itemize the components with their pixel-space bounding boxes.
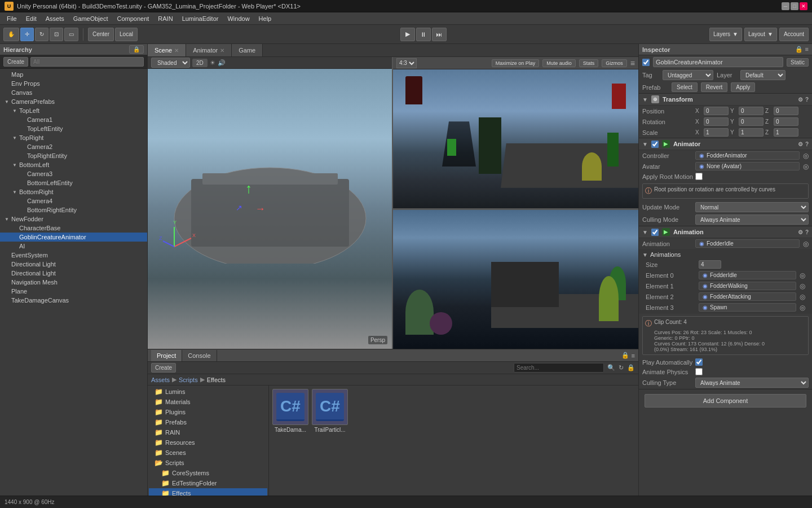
animator-culling-select[interactable]: Always Animate Cull Update Transforms Cu…	[695, 214, 809, 225]
folder-item[interactable]: 📁Plugins	[149, 407, 267, 417]
gizmos-button[interactable]: Gizmos	[602, 59, 627, 67]
hierarchy-item[interactable]: AI	[0, 242, 147, 251]
game-view-top[interactable]	[393, 69, 638, 208]
project-panel-lock[interactable]: 🔒	[621, 352, 629, 359]
transform-section-header[interactable]: ▼ ⊕ Transform ⚙ ?	[639, 94, 812, 106]
pos-x-input[interactable]	[704, 107, 729, 115]
project-search-icon[interactable]: 🔍	[607, 364, 615, 371]
pos-y-input[interactable]	[739, 107, 764, 115]
hierarchy-item[interactable]: TopRightEntity	[0, 151, 147, 160]
folder-item[interactable]: 📁Resources	[149, 437, 267, 448]
hierarchy-item[interactable]: BottomLeftEntity	[0, 178, 147, 187]
hierarchy-item[interactable]: TopLeftEntity	[0, 124, 147, 133]
element3-ref[interactable]: ◉ Spawn	[699, 303, 796, 312]
hierarchy-create-button[interactable]: Create	[3, 57, 28, 67]
prefab-select-button[interactable]: Select	[672, 82, 698, 92]
animator-tab-close[interactable]: ✕	[220, 47, 224, 54]
play-auto-checkbox[interactable]	[695, 358, 703, 366]
layer-select[interactable]: Default	[740, 70, 785, 80]
elem2-pick-icon[interactable]: ◎	[800, 293, 805, 301]
hierarchy-lock-button[interactable]: 🔒	[129, 45, 144, 54]
animator-settings-icon[interactable]: ⚙	[798, 141, 803, 147]
close-button[interactable]: ✕	[800, 2, 807, 10]
hierarchy-item[interactable]: Navigation Mesh	[0, 278, 147, 287]
avatar-pick-icon[interactable]: ◎	[803, 163, 809, 170]
inspector-menu-icon[interactable]: ≡	[805, 46, 809, 53]
update-mode-select[interactable]: Normal AnimatePhysics UnscaledTime	[695, 202, 809, 212]
inspector-lock-icon[interactable]: 🔒	[795, 46, 803, 53]
project-refresh-icon[interactable]: ↻	[619, 364, 624, 371]
maximize-button[interactable]: □	[791, 2, 798, 10]
object-name-input[interactable]	[653, 57, 783, 67]
hierarchy-item[interactable]: ▼TopLeft	[0, 106, 147, 115]
hierarchy-item[interactable]: Plane	[0, 287, 147, 296]
prefab-apply-button[interactable]: Apply	[731, 82, 755, 92]
object-active-checkbox[interactable]	[642, 59, 650, 66]
hierarchy-item[interactable]: Directional Light	[0, 269, 147, 278]
hierarchy-item[interactable]: Camera2	[0, 142, 147, 151]
prefab-revert-button[interactable]: Revert	[701, 82, 727, 92]
menu-gameobject[interactable]: GameObject	[69, 14, 113, 23]
folder-item[interactable]: 📁Lumins	[149, 387, 267, 397]
hierarchy-item[interactable]: Camera3	[0, 169, 147, 178]
project-search-input[interactable]	[514, 363, 604, 373]
animator-section-header[interactable]: ▼ ▶ Animator ⚙ ?	[639, 138, 812, 150]
scale-tool-button[interactable]: ⊡	[50, 28, 63, 41]
hierarchy-item[interactable]: EventSystem	[0, 251, 147, 260]
static-badge[interactable]: Static	[787, 58, 809, 67]
minimize-button[interactable]: ─	[782, 2, 789, 10]
folder-item[interactable]: 📂Scripts	[149, 458, 267, 468]
project-panel-menu[interactable]: ≡	[632, 352, 635, 359]
scale-x-input[interactable]	[704, 128, 729, 137]
folder-item[interactable]: 📁Prefabs	[149, 417, 267, 427]
rot-z-input[interactable]	[774, 117, 798, 126]
elem0-pick-icon[interactable]: ◎	[800, 271, 805, 279]
tab-project[interactable]: Project	[151, 350, 182, 361]
local-button[interactable]: Local	[115, 28, 138, 41]
anim-clip-pick-icon[interactable]: ◎	[803, 240, 809, 248]
layout-dropdown[interactable]: Layout ▼	[744, 28, 777, 41]
hierarchy-item[interactable]: TakeDamageCanvas	[0, 296, 147, 305]
game-ratio-dropdown[interactable]: 4:3	[396, 58, 417, 68]
controller-pick-icon[interactable]: ◎	[803, 152, 809, 160]
hierarchy-item[interactable]: Directional Light	[0, 260, 147, 269]
step-button[interactable]: ⏭	[432, 28, 447, 41]
transform-settings-icon[interactable]: ⚙	[798, 97, 803, 103]
hierarchy-search-input[interactable]	[30, 57, 144, 67]
pause-button[interactable]: ⏸	[416, 28, 431, 41]
menu-rain[interactable]: RAIN	[153, 14, 177, 23]
animation-help-icon[interactable]: ?	[805, 229, 809, 235]
transform-help-icon[interactable]: ?	[805, 97, 809, 103]
menu-luminaeditor[interactable]: LuminaEditor	[178, 14, 223, 23]
rot-x-input[interactable]	[704, 117, 729, 126]
hierarchy-item[interactable]: ▼BottomRight	[0, 187, 147, 196]
hierarchy-item[interactable]: Canvas	[0, 88, 147, 97]
menu-edit[interactable]: Edit	[21, 14, 41, 23]
scale-y-input[interactable]	[739, 128, 764, 137]
tab-scene[interactable]: Scene ✕	[148, 44, 186, 56]
hierarchy-item[interactable]: ▼CameraPrefabs	[0, 97, 147, 106]
folder-item[interactable]: 📁RAIN	[149, 427, 267, 437]
folder-item[interactable]: 📁EdTestingFolder	[149, 478, 267, 488]
menu-window[interactable]: Window	[223, 14, 254, 23]
animator-help-icon[interactable]: ?	[805, 141, 809, 147]
avatar-ref[interactable]: ◉ None (Avatar)	[695, 162, 800, 170]
hierarchy-item[interactable]: Camera4	[0, 196, 147, 205]
breadcrumb-scripts[interactable]: Scripts	[179, 376, 198, 383]
tab-animator[interactable]: Animator ✕	[186, 44, 232, 56]
tag-select[interactable]: Untagged	[663, 70, 713, 80]
layers-dropdown[interactable]: Layers ▼	[709, 28, 742, 41]
center-button[interactable]: Center	[88, 28, 114, 41]
stats-button[interactable]: Stats	[579, 59, 599, 67]
hierarchy-item[interactable]: ▼BottomLeft	[0, 160, 147, 169]
folder-item[interactable]: 📁Scenes	[149, 448, 267, 458]
rotate-tool-button[interactable]: ↻	[35, 28, 48, 41]
game-view-bottom[interactable]	[393, 208, 638, 349]
menu-help[interactable]: Help	[254, 14, 276, 23]
hand-tool-button[interactable]: ✋	[3, 28, 19, 41]
element1-ref[interactable]: ◉ FodderWalking	[699, 282, 796, 290]
project-lock-icon[interactable]: 🔒	[627, 364, 635, 371]
scene-lighting-icon[interactable]: ☀	[210, 59, 215, 67]
menu-assets[interactable]: Assets	[41, 14, 69, 23]
element0-ref[interactable]: ◉ FodderIdle	[699, 271, 796, 279]
